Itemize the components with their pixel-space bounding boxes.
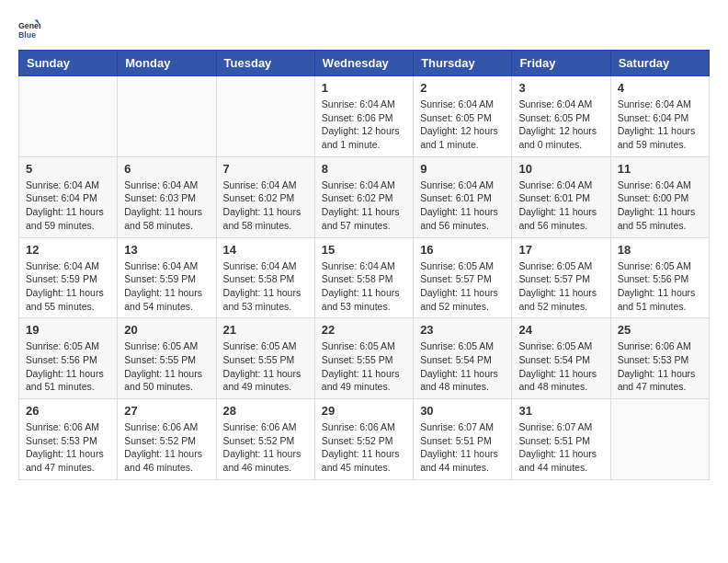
day-number: 4 <box>618 81 702 95</box>
calendar-week-row: 12Sunrise: 6:04 AM Sunset: 5:59 PM Dayli… <box>19 237 710 318</box>
page-header: General Blue <box>18 18 710 40</box>
calendar-cell: 16Sunrise: 6:05 AM Sunset: 5:57 PM Dayli… <box>414 237 512 318</box>
day-info: Sunrise: 6:05 AM Sunset: 5:54 PM Dayligh… <box>518 339 603 394</box>
day-number: 28 <box>223 404 308 418</box>
day-info: Sunrise: 6:04 AM Sunset: 6:02 PM Dayligh… <box>223 178 308 233</box>
day-number: 19 <box>26 323 110 337</box>
day-number: 12 <box>26 243 110 257</box>
calendar-cell: 1Sunrise: 6:04 AM Sunset: 6:06 PM Daylig… <box>314 76 413 157</box>
day-number: 8 <box>322 162 406 176</box>
calendar-cell: 27Sunrise: 6:06 AM Sunset: 5:52 PM Dayli… <box>118 399 216 480</box>
calendar-week-row: 19Sunrise: 6:05 AM Sunset: 5:56 PM Dayli… <box>19 318 710 399</box>
day-number: 22 <box>322 323 406 337</box>
day-number: 6 <box>124 162 209 176</box>
day-number: 2 <box>420 81 505 95</box>
calendar-week-row: 5Sunrise: 6:04 AM Sunset: 6:04 PM Daylig… <box>19 156 710 237</box>
day-info: Sunrise: 6:06 AM Sunset: 5:52 PM Dayligh… <box>223 420 308 475</box>
calendar-cell: 18Sunrise: 6:05 AM Sunset: 5:56 PM Dayli… <box>610 237 709 318</box>
day-info: Sunrise: 6:04 AM Sunset: 6:01 PM Dayligh… <box>518 178 603 233</box>
day-number: 18 <box>618 243 702 257</box>
day-number: 13 <box>124 243 209 257</box>
day-number: 30 <box>420 404 505 418</box>
day-info: Sunrise: 6:05 AM Sunset: 5:55 PM Dayligh… <box>124 339 209 394</box>
logo: General Blue <box>18 18 44 40</box>
calendar-cell: 20Sunrise: 6:05 AM Sunset: 5:55 PM Dayli… <box>118 318 216 399</box>
day-number: 11 <box>618 162 702 176</box>
calendar-cell: 14Sunrise: 6:04 AM Sunset: 5:58 PM Dayli… <box>216 237 314 318</box>
calendar-cell: 26Sunrise: 6:06 AM Sunset: 5:53 PM Dayli… <box>19 399 118 480</box>
day-number: 9 <box>420 162 505 176</box>
logo-icon: General Blue <box>18 18 40 40</box>
calendar-week-row: 26Sunrise: 6:06 AM Sunset: 5:53 PM Dayli… <box>19 399 710 480</box>
day-info: Sunrise: 6:04 AM Sunset: 5:58 PM Dayligh… <box>322 259 406 314</box>
day-number: 17 <box>518 243 603 257</box>
calendar-cell: 6Sunrise: 6:04 AM Sunset: 6:03 PM Daylig… <box>118 156 216 237</box>
svg-text:General: General <box>18 21 40 30</box>
calendar-cell: 2Sunrise: 6:04 AM Sunset: 6:05 PM Daylig… <box>414 76 512 157</box>
day-info: Sunrise: 6:07 AM Sunset: 5:51 PM Dayligh… <box>518 420 603 475</box>
calendar-header-saturday: Saturday <box>610 51 709 76</box>
day-number: 5 <box>26 162 110 176</box>
day-info: Sunrise: 6:05 AM Sunset: 5:56 PM Dayligh… <box>26 339 110 394</box>
calendar-cell: 24Sunrise: 6:05 AM Sunset: 5:54 PM Dayli… <box>512 318 610 399</box>
day-info: Sunrise: 6:06 AM Sunset: 5:53 PM Dayligh… <box>26 420 110 475</box>
day-info: Sunrise: 6:04 AM Sunset: 5:59 PM Dayligh… <box>26 259 110 314</box>
day-number: 10 <box>518 162 603 176</box>
day-number: 21 <box>223 323 308 337</box>
calendar-week-row: 1Sunrise: 6:04 AM Sunset: 6:06 PM Daylig… <box>19 76 710 157</box>
day-number: 3 <box>518 81 603 95</box>
day-info: Sunrise: 6:04 AM Sunset: 6:03 PM Dayligh… <box>124 178 209 233</box>
day-info: Sunrise: 6:06 AM Sunset: 5:52 PM Dayligh… <box>322 420 406 475</box>
day-number: 26 <box>26 404 110 418</box>
day-info: Sunrise: 6:04 AM Sunset: 6:05 PM Dayligh… <box>420 98 505 152</box>
calendar-cell: 4Sunrise: 6:04 AM Sunset: 6:04 PM Daylig… <box>610 76 709 157</box>
calendar-cell: 17Sunrise: 6:05 AM Sunset: 5:57 PM Dayli… <box>512 237 610 318</box>
day-number: 20 <box>124 323 209 337</box>
day-info: Sunrise: 6:05 AM Sunset: 5:55 PM Dayligh… <box>223 339 308 394</box>
day-number: 29 <box>322 404 406 418</box>
day-number: 24 <box>518 323 603 337</box>
day-number: 15 <box>322 243 406 257</box>
calendar-cell: 15Sunrise: 6:04 AM Sunset: 5:58 PM Dayli… <box>314 237 413 318</box>
calendar-cell <box>19 76 118 157</box>
calendar-cell: 13Sunrise: 6:04 AM Sunset: 5:59 PM Dayli… <box>118 237 216 318</box>
calendar-cell: 29Sunrise: 6:06 AM Sunset: 5:52 PM Dayli… <box>314 399 413 480</box>
calendar-header-row: SundayMondayTuesdayWednesdayThursdayFrid… <box>19 51 710 76</box>
calendar-cell <box>118 76 216 157</box>
day-info: Sunrise: 6:06 AM Sunset: 5:53 PM Dayligh… <box>618 339 702 394</box>
day-number: 27 <box>124 404 209 418</box>
day-info: Sunrise: 6:05 AM Sunset: 5:56 PM Dayligh… <box>618 259 702 314</box>
day-number: 31 <box>518 404 603 418</box>
day-info: Sunrise: 6:04 AM Sunset: 5:59 PM Dayligh… <box>124 259 209 314</box>
day-info: Sunrise: 6:05 AM Sunset: 5:55 PM Dayligh… <box>322 339 406 394</box>
calendar-cell: 7Sunrise: 6:04 AM Sunset: 6:02 PM Daylig… <box>216 156 314 237</box>
calendar-header-wednesday: Wednesday <box>314 51 413 76</box>
day-info: Sunrise: 6:04 AM Sunset: 6:05 PM Dayligh… <box>518 98 603 152</box>
day-info: Sunrise: 6:05 AM Sunset: 5:54 PM Dayligh… <box>420 339 505 394</box>
day-number: 7 <box>223 162 308 176</box>
calendar-cell: 30Sunrise: 6:07 AM Sunset: 5:51 PM Dayli… <box>414 399 512 480</box>
day-number: 23 <box>420 323 505 337</box>
calendar-cell: 21Sunrise: 6:05 AM Sunset: 5:55 PM Dayli… <box>216 318 314 399</box>
day-info: Sunrise: 6:04 AM Sunset: 6:06 PM Dayligh… <box>322 98 406 152</box>
day-number: 16 <box>420 243 505 257</box>
calendar-cell: 10Sunrise: 6:04 AM Sunset: 6:01 PM Dayli… <box>512 156 610 237</box>
calendar-cell: 12Sunrise: 6:04 AM Sunset: 5:59 PM Dayli… <box>19 237 118 318</box>
calendar-cell: 3Sunrise: 6:04 AM Sunset: 6:05 PM Daylig… <box>512 76 610 157</box>
calendar-cell: 31Sunrise: 6:07 AM Sunset: 5:51 PM Dayli… <box>512 399 610 480</box>
calendar-cell: 8Sunrise: 6:04 AM Sunset: 6:02 PM Daylig… <box>314 156 413 237</box>
day-number: 25 <box>618 323 702 337</box>
day-info: Sunrise: 6:04 AM Sunset: 6:00 PM Dayligh… <box>618 178 702 233</box>
calendar-header-tuesday: Tuesday <box>216 51 314 76</box>
calendar-cell: 28Sunrise: 6:06 AM Sunset: 5:52 PM Dayli… <box>216 399 314 480</box>
calendar-cell: 9Sunrise: 6:04 AM Sunset: 6:01 PM Daylig… <box>414 156 512 237</box>
calendar-cell: 23Sunrise: 6:05 AM Sunset: 5:54 PM Dayli… <box>414 318 512 399</box>
day-info: Sunrise: 6:04 AM Sunset: 6:04 PM Dayligh… <box>26 178 110 233</box>
day-info: Sunrise: 6:06 AM Sunset: 5:52 PM Dayligh… <box>124 420 209 475</box>
day-info: Sunrise: 6:07 AM Sunset: 5:51 PM Dayligh… <box>420 420 505 475</box>
calendar-cell <box>216 76 314 157</box>
day-info: Sunrise: 6:04 AM Sunset: 5:58 PM Dayligh… <box>223 259 308 314</box>
calendar-cell: 5Sunrise: 6:04 AM Sunset: 6:04 PM Daylig… <box>19 156 118 237</box>
day-number: 14 <box>223 243 308 257</box>
calendar-cell: 19Sunrise: 6:05 AM Sunset: 5:56 PM Dayli… <box>19 318 118 399</box>
